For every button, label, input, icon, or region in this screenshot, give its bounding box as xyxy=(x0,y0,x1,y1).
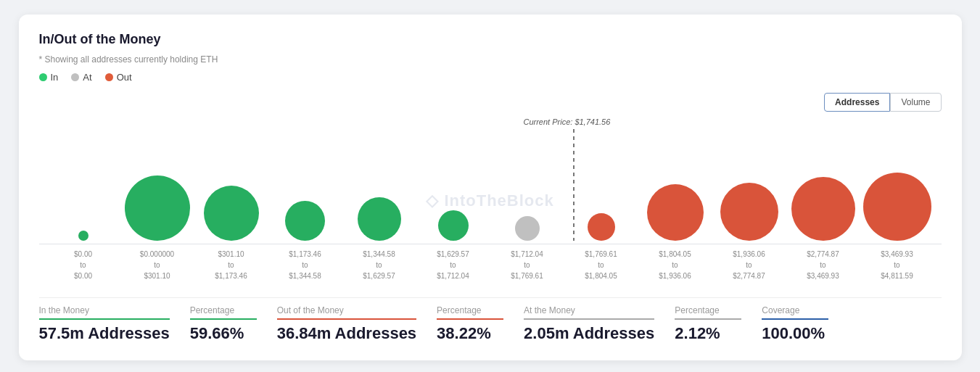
label-col-5: $1,629.57to$1,712.04 xyxy=(416,249,490,281)
bubble-0 xyxy=(78,231,88,241)
label-col-0: $0.00to$0.00 xyxy=(46,249,120,281)
bubble-col-7 xyxy=(564,213,638,241)
stat-block-2: Out of the Money36.84m Addresses xyxy=(277,305,437,343)
stat-block-4: At the Money2.05m Addresses xyxy=(524,305,675,343)
legend-out-dot xyxy=(105,73,113,81)
bubble-col-11 xyxy=(860,173,934,241)
stat-value-6: 100.00% xyxy=(762,324,828,343)
stat-underline-3 xyxy=(437,318,503,320)
stat-underline-4 xyxy=(524,318,654,320)
label-col-2: $301.10to$1,173.46 xyxy=(194,249,268,281)
stat-block-3: Percentage38.22% xyxy=(437,305,524,343)
bubble-5 xyxy=(438,210,469,241)
stat-label-0: In the Money xyxy=(39,305,170,315)
chart-area: ◇ IntoTheBlock Current Price: $1,741.56 … xyxy=(39,117,942,284)
stat-value-2: 36.84m Addresses xyxy=(277,324,416,343)
labels-row: $0.00to$0.00$0.000000to$301.10$301.10to$… xyxy=(39,244,942,281)
stat-underline-2 xyxy=(277,318,416,320)
stat-block-1: Percentage59.66% xyxy=(190,305,277,343)
bubble-10 xyxy=(791,177,855,241)
toggle-buttons: Addresses Volume xyxy=(39,93,942,112)
bubble-7 xyxy=(588,213,615,241)
bubble-col-1 xyxy=(120,175,194,241)
stat-label-4: At the Money xyxy=(524,305,654,315)
bubble-4 xyxy=(358,197,401,241)
label-col-7: $1,769.61to$1,804.05 xyxy=(564,249,638,281)
legend-at: At xyxy=(71,72,91,83)
stat-value-1: 59.66% xyxy=(190,324,257,343)
bubble-2 xyxy=(204,186,259,241)
legend-at-label: At xyxy=(83,72,91,83)
stat-block-5: Percentage2.12% xyxy=(675,305,762,343)
stat-underline-5 xyxy=(675,318,741,320)
stat-value-3: 38.22% xyxy=(437,324,503,343)
label-col-8: $1,804.05to$1,936.06 xyxy=(638,249,712,281)
stats-row: In the Money57.5m AddressesPercentage59.… xyxy=(39,297,942,343)
legend-in: In xyxy=(39,72,59,83)
stat-label-2: Out of the Money xyxy=(277,305,416,315)
bubble-col-10 xyxy=(786,177,860,241)
stat-value-0: 57.5m Addresses xyxy=(39,324,170,343)
stat-label-1: Percentage xyxy=(190,305,257,315)
bubble-col-9 xyxy=(712,183,786,241)
stat-underline-0 xyxy=(39,318,170,320)
label-col-1: $0.000000to$301.10 xyxy=(120,249,194,281)
stat-value-5: 2.12% xyxy=(675,324,741,343)
bubble-9 xyxy=(720,183,778,241)
stat-block-6: Coverage100.00% xyxy=(762,305,849,343)
stat-block-0: In the Money57.5m Addresses xyxy=(39,305,190,343)
label-col-9: $1,936.06to$2,774.87 xyxy=(712,249,786,281)
bubble-8 xyxy=(647,184,704,241)
card-title: In/Out of the Money xyxy=(39,32,942,47)
legend-at-dot xyxy=(71,73,79,81)
legend-out: Out xyxy=(105,72,132,83)
card-container: In/Out of the Money * Showing all addres… xyxy=(19,15,962,360)
addresses-toggle[interactable]: Addresses xyxy=(824,93,890,112)
stat-label-3: Percentage xyxy=(437,305,503,315)
stat-label-6: Coverage xyxy=(762,305,828,315)
bubble-1 xyxy=(125,175,190,241)
bubble-3 xyxy=(285,201,325,241)
stat-value-4: 2.05m Addresses xyxy=(524,324,654,343)
stat-underline-1 xyxy=(190,318,257,320)
legend-in-dot xyxy=(39,73,47,81)
bubble-col-0 xyxy=(46,231,120,241)
bubble-col-2 xyxy=(194,186,268,241)
label-col-11: $3,469.93to$4,811.59 xyxy=(860,249,934,281)
stat-label-5: Percentage xyxy=(675,305,741,315)
subtitle: * Showing all addresses currently holdin… xyxy=(39,54,942,65)
legend-out-label: Out xyxy=(117,72,132,83)
bubble-col-5 xyxy=(416,210,490,241)
bubbles-row xyxy=(39,117,942,241)
bubble-col-4 xyxy=(342,197,416,241)
label-col-6: $1,712.04to$1,769.61 xyxy=(490,249,564,281)
bubble-col-8 xyxy=(638,184,712,241)
label-col-3: $1,173.46to$1,344.58 xyxy=(268,249,342,281)
stat-underline-6 xyxy=(762,318,828,320)
label-col-4: $1,344.58to$1,629.57 xyxy=(342,249,416,281)
label-col-10: $2,774.87to$3,469.93 xyxy=(786,249,860,281)
volume-toggle[interactable]: Volume xyxy=(890,93,941,112)
bubble-col-6 xyxy=(490,216,564,241)
bubble-6 xyxy=(515,216,540,241)
legend-in-label: In xyxy=(51,72,59,83)
bubble-col-3 xyxy=(268,201,342,241)
legend: In At Out xyxy=(39,72,942,83)
bubble-11 xyxy=(863,173,931,241)
